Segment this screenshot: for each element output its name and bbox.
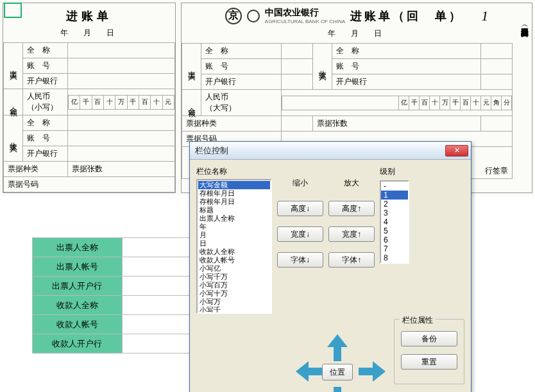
close-button[interactable]: ✕ (445, 145, 468, 157)
field-item[interactable]: 出票人全称 (198, 214, 270, 223)
field-item[interactable]: 小写万 (198, 298, 270, 306)
field-name-label: 栏位名称 (196, 166, 272, 177)
width-down-button[interactable]: 宽度↓ (277, 226, 323, 242)
dialog-title: 栏位控制 (195, 145, 445, 157)
level-item[interactable]: 5 (381, 226, 408, 235)
field-item[interactable]: 月 (198, 231, 270, 239)
field-control-dialog: 栏位控制 ✕ 栏位名称 大写金额存根年月日存根年月日标题出票人全称年月日收款人全… (189, 141, 471, 392)
field-item[interactable]: 小写百万 (198, 281, 270, 289)
arrow-down-icon[interactable] (327, 387, 348, 392)
sheet-label[interactable]: 收款人开户行 (32, 334, 122, 354)
level-item[interactable]: 4 (381, 217, 408, 226)
spreadsheet: 出票人全称出票人帐号出票人开户行收款人全称收款人帐号收款人开户行 (0, 237, 206, 354)
level-item[interactable]: 7 (381, 244, 408, 253)
sheet-label[interactable]: 出票人开户行 (32, 277, 122, 296)
level-listbox[interactable]: -12345678 (380, 180, 409, 264)
field-item[interactable]: 小写千 (198, 306, 270, 314)
field-item[interactable]: 日 (198, 239, 270, 248)
field-item[interactable]: 存根年月日 (198, 189, 270, 198)
selection-marker (4, 3, 22, 18)
svg-marker-2 (359, 361, 386, 382)
level-item[interactable]: 1 (381, 191, 408, 200)
svg-marker-0 (327, 334, 348, 361)
dialog-titlebar[interactable]: 栏位控制 ✕ (190, 142, 471, 160)
font-down-button[interactable]: 字体↓ (277, 252, 323, 268)
width-up-button[interactable]: 宽度↑ (328, 226, 375, 242)
field-item[interactable]: 小写千万 (198, 273, 270, 281)
height-up-button[interactable]: 高度↑ (328, 201, 375, 216)
arrow-left-icon[interactable] (296, 361, 323, 382)
field-name-listbox[interactable]: 大写金额存根年月日存根年月日标题出票人全称年月日收款人全称收款人帐号小写亿小写千… (196, 179, 272, 314)
field-item[interactable]: 小写亿 (198, 264, 270, 273)
field-property-group: 栏位属性 备份 重置 (394, 319, 464, 384)
sheet-label[interactable]: 收款人全称 (32, 296, 122, 315)
level-item[interactable]: 3 (381, 209, 408, 217)
position-pad: 位置 (274, 319, 386, 392)
svg-marker-1 (296, 361, 323, 382)
reset-button[interactable]: 重置 (401, 354, 457, 370)
field-item[interactable]: 小写十万 (198, 289, 270, 298)
slip1-date: 年 月 日 (3, 25, 175, 42)
svg-marker-3 (327, 387, 348, 392)
field-item[interactable]: 收款人全称 (198, 248, 270, 256)
position-label: 位置 (322, 364, 353, 380)
slip1-title: 进账单 (3, 3, 175, 25)
level-item[interactable]: 2 (381, 200, 408, 209)
field-item[interactable]: 标题 (198, 206, 270, 214)
field-item[interactable]: 年 (198, 223, 270, 231)
abc-logo-icon (247, 10, 260, 22)
height-down-button[interactable]: 高度↓ (277, 201, 323, 216)
sheet-label[interactable]: 出票人全称 (32, 238, 122, 257)
backup-button[interactable]: 备份 (401, 331, 457, 346)
level-item[interactable]: - (381, 182, 408, 191)
sheet-label[interactable]: 出票人帐号 (32, 257, 122, 277)
arrow-right-icon[interactable] (359, 361, 386, 382)
sheet-label[interactable]: 收款人帐号 (32, 315, 122, 334)
font-up-button[interactable]: 字体↑ (328, 252, 375, 268)
field-item[interactable]: 大写金额 (198, 181, 270, 189)
deposit-slip-left: 进账单 年 月 日 出票人 全 称 账 号 开户银行 金额 人民币（小写） 亿千… (3, 3, 176, 193)
level-item[interactable]: 8 (381, 253, 408, 262)
field-item[interactable]: 收款人帐号 (198, 256, 270, 264)
arrow-up-icon[interactable] (327, 334, 348, 361)
field-item[interactable]: 存根年月日 (198, 198, 270, 206)
drawer-label: 出票人 (4, 43, 23, 89)
jing-stamp: 京 (225, 8, 242, 24)
level-item[interactable]: 6 (381, 235, 408, 244)
